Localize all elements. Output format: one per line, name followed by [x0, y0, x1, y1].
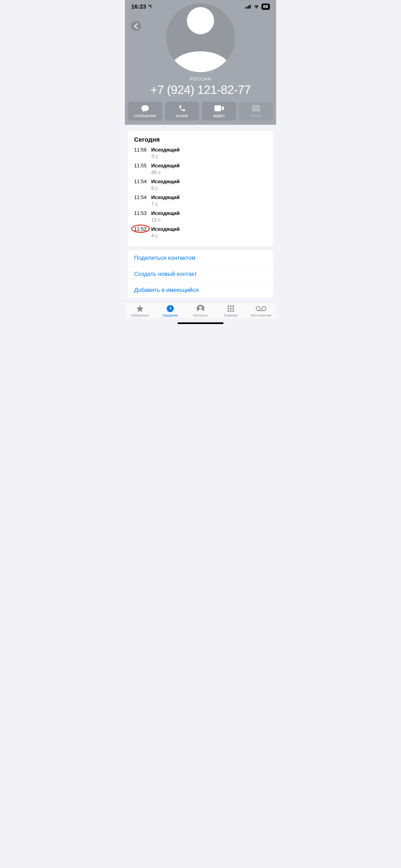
call-row[interactable]: 11:54 Исходящий: [134, 194, 267, 200]
call-row[interactable]: 11:55 Исходящий: [134, 163, 267, 168]
call-duration: 4 с: [151, 233, 267, 239]
call-duration: 46 с: [151, 169, 267, 175]
svg-point-12: [227, 308, 229, 309]
mail-button: почта: [239, 102, 273, 121]
svg-point-14: [232, 308, 234, 309]
svg-rect-5: [252, 105, 260, 112]
call-row[interactable]: 11:54 Исходящий: [134, 179, 267, 184]
wifi-icon: [254, 3, 259, 10]
svg-point-13: [230, 308, 232, 309]
call-time: 11:55: [134, 163, 147, 168]
svg-rect-1: [247, 6, 248, 8]
call-history-card: Сегодня 11:56 Исходящий 3 с 11:55 Исходя…: [128, 131, 273, 246]
tab-label: Избранные: [132, 314, 149, 317]
message-button[interactable]: сообщение: [128, 102, 162, 121]
call-time: 11:54: [134, 179, 147, 184]
call-type: Исходящий: [151, 226, 180, 232]
svg-point-19: [262, 307, 266, 310]
call-type: Исходящий: [151, 194, 180, 200]
call-time: 11:53: [134, 210, 147, 216]
phone-icon: [178, 104, 186, 112]
silent-icon: [148, 3, 153, 10]
tab-label: Клавиши: [224, 314, 238, 317]
share-contact-link[interactable]: Поделиться контактом: [128, 250, 273, 266]
call-time: 11:54: [134, 194, 147, 200]
call-row[interactable]: 11:53 Исходящий: [134, 210, 267, 216]
video-label: видео: [213, 113, 225, 118]
svg-point-8: [199, 306, 202, 309]
call-type: Исходящий: [151, 179, 180, 184]
phone-number: +7 (924) 121-82-77: [125, 83, 276, 97]
cellular-icon: [245, 3, 252, 10]
tab-voicemail[interactable]: Автоответчик: [246, 304, 276, 317]
svg-point-17: [232, 310, 234, 312]
call-duration: 12 с: [151, 217, 267, 223]
tab-bar: Избранные Недавние Контакты Клавиши Авто…: [125, 302, 276, 318]
call-type: Исходящий: [151, 210, 180, 216]
person-icon: [196, 304, 205, 313]
call-time: 11:56: [134, 147, 147, 153]
message-label: сообщение: [134, 113, 156, 118]
battery-indicator: 88: [261, 4, 270, 10]
svg-point-11: [232, 305, 234, 307]
tab-favorites[interactable]: Избранные: [125, 304, 155, 317]
call-duration: 3 с: [151, 154, 267, 159]
call-time: 11:52: [134, 226, 147, 232]
contact-actions-card: Поделиться контактом Создать новый конта…: [128, 250, 273, 298]
call-type: Исходящий: [151, 147, 180, 153]
call-duration: 7 с: [151, 201, 267, 207]
call-button[interactable]: вызов: [165, 102, 199, 121]
add-to-existing-link[interactable]: Добавить в имеющийся: [128, 282, 273, 298]
status-time: 16:23: [131, 3, 146, 10]
svg-point-15: [227, 310, 229, 312]
mail-label: почта: [251, 113, 261, 118]
mail-icon: [252, 104, 260, 112]
svg-rect-2: [248, 6, 249, 8]
back-button[interactable]: [131, 21, 141, 31]
svg-rect-0: [245, 7, 246, 8]
svg-point-18: [256, 307, 260, 310]
keypad-icon: [227, 304, 235, 313]
message-icon: [141, 104, 149, 112]
tab-label: Контакты: [193, 314, 208, 317]
call-type: Исходящий: [151, 163, 180, 168]
call-row[interactable]: 11:56 Исходящий: [134, 147, 267, 153]
country-label: РОССИЯ: [125, 76, 276, 82]
svg-point-9: [227, 305, 229, 307]
home-indicator[interactable]: [177, 322, 224, 324]
action-row: сообщение вызов видео почта: [125, 102, 276, 121]
clock-icon: [166, 304, 174, 313]
video-icon: [214, 104, 224, 112]
tab-label: Автоответчик: [251, 314, 271, 317]
tab-recents[interactable]: Недавние: [155, 304, 185, 317]
call-duration: 9 с: [151, 185, 267, 191]
tab-label: Недавние: [163, 314, 178, 317]
svg-point-10: [230, 305, 232, 307]
tab-contacts[interactable]: Контакты: [185, 304, 216, 317]
video-button[interactable]: видео: [202, 102, 236, 121]
svg-rect-4: [214, 105, 221, 111]
create-contact-link[interactable]: Создать новый контакт: [128, 266, 273, 282]
avatar: [166, 3, 235, 72]
call-row[interactable]: 11:52 Исходящий: [134, 226, 267, 232]
call-label: вызов: [176, 113, 188, 118]
svg-point-16: [230, 310, 232, 312]
voicemail-icon: [256, 304, 266, 313]
contact-header: 16:23 88 РОССИЯ +7 (924) 121-82-77: [125, 0, 276, 125]
svg-rect-3: [250, 5, 251, 8]
tab-keypad[interactable]: Клавиши: [216, 304, 246, 317]
history-title: Сегодня: [134, 136, 267, 143]
star-icon: [136, 304, 144, 313]
